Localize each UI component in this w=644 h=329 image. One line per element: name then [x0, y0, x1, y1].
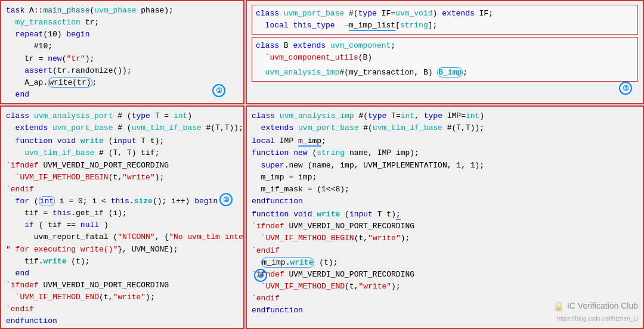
sub-panel-port-base: class uvm_port_base #(type IF=uvm_void) … — [252, 5, 638, 35]
watermark-url: https://blog.csdn.net/htzhen_Li — [553, 314, 638, 324]
panel-bottom-left: class uvm_analysis_port # (type T = int)… — [0, 105, 244, 329]
watermark: 🔒 IC Verification Club https://blog.csdn… — [553, 299, 638, 323]
watermark-text: IC Verification Club — [567, 300, 638, 313]
annotation-circle-1: ① — [212, 84, 225, 97]
panel-top-right: class uvm_port_base #(type IF=uvm_void) … — [246, 0, 644, 104]
annotation-circle-2: ② — [219, 193, 233, 206]
panel-bottom-right: class uvm_analysis_imp #(type T=int, typ… — [246, 105, 644, 329]
panel-top-left: task A::main_phase(uvm_phase phase); my_… — [0, 0, 244, 104]
main-container: task A::main_phase(uvm_phase phase); my_… — [0, 0, 644, 329]
annotation-circle-3: ③ — [619, 82, 632, 95]
sub-panel-class-b: class B extends uvm_component; `uvm_comp… — [252, 37, 638, 81]
